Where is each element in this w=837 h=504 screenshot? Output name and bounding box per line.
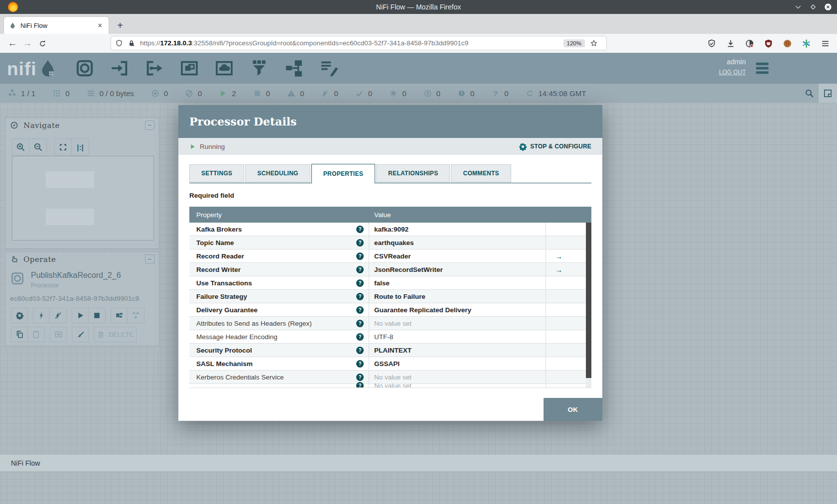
help-icon[interactable]: ? [356, 382, 364, 388]
toolbar-processor-icon[interactable] [75, 58, 95, 79]
empty-cell [546, 223, 586, 236]
empty-cell [546, 290, 586, 303]
template-save-button[interactable] [111, 308, 128, 323]
download-icon[interactable] [726, 39, 735, 48]
zoom-in-button[interactable] [12, 138, 29, 155]
tracking-shield-icon[interactable] [115, 39, 123, 47]
zoom-actual-button[interactable]: |:| [72, 138, 89, 155]
value-cell: CSVReader [369, 250, 546, 262]
invalid-icon [287, 89, 295, 98]
navigate-collapse-button[interactable]: − [145, 121, 154, 130]
help-icon[interactable]: ? [356, 333, 364, 341]
tab-close-icon[interactable]: × [96, 22, 104, 29]
tab-relationships[interactable]: RELATIONSHIPS [376, 164, 450, 182]
help-icon[interactable]: ? [356, 279, 364, 287]
trash-button[interactable]: DELETE [94, 327, 137, 342]
stop-icon [93, 311, 101, 320]
table-row: Security Protocol?PLAINTEXT [189, 344, 591, 357]
window-close-button[interactable] [824, 3, 832, 11]
refresh-icon[interactable] [526, 89, 534, 98]
help-icon[interactable]: ? [356, 226, 364, 233]
cookie-icon[interactable] [783, 39, 792, 48]
go-to-service-arrow[interactable]: → [546, 263, 586, 276]
search-button[interactable] [800, 84, 819, 103]
group-button[interactable] [50, 327, 67, 342]
property-cell: SASL Mechanism? [189, 357, 369, 370]
tab-scheduling[interactable]: SCHEDULING [245, 164, 310, 182]
toolbar-template-icon[interactable] [284, 58, 304, 79]
status-count: 0 [402, 89, 406, 98]
paste-button[interactable] [28, 327, 45, 342]
stop-and-configure-button[interactable]: STOP & CONFIGURE [519, 142, 591, 151]
window-minimize-button[interactable] [794, 3, 802, 11]
extension-icon[interactable] [745, 39, 754, 48]
ok-button[interactable]: OK [544, 398, 602, 421]
color-asterisk-icon[interactable] [802, 39, 811, 48]
status-count: 0 [266, 89, 270, 98]
template-upload-button[interactable] [128, 308, 144, 323]
status-count: 0 [368, 89, 372, 98]
property-name: Security Protocol [196, 347, 352, 354]
help-icon[interactable]: ? [356, 266, 364, 273]
birdseye-map[interactable] [12, 156, 154, 241]
help-icon[interactable]: ? [356, 252, 364, 260]
ublock-icon[interactable] [764, 39, 773, 48]
threads-icon [52, 89, 61, 98]
zoom-out-button[interactable] [29, 138, 47, 155]
operate-collapse-button[interactable]: − [145, 254, 154, 264]
help-icon[interactable]: ? [356, 293, 364, 300]
help-icon[interactable]: ? [356, 239, 364, 247]
zoom-fit-button[interactable] [54, 138, 72, 155]
toolbar-process-group-icon[interactable] [179, 58, 199, 79]
help-icon[interactable]: ? [356, 360, 364, 368]
browser-tab[interactable]: NiFi Flow × [4, 17, 109, 34]
help-icon[interactable]: ? [356, 374, 364, 381]
logout-link[interactable]: LOG OUT [719, 69, 746, 76]
modified-stale-icon [457, 89, 466, 98]
reload-button[interactable] [35, 36, 50, 51]
status-cluster: 1 / 1 [8, 89, 35, 98]
empty-cell [546, 303, 586, 316]
shield-check-icon[interactable] [707, 39, 716, 48]
copy-button[interactable] [11, 327, 28, 342]
menu-icon[interactable] [821, 39, 830, 48]
new-tab-button[interactable]: + [114, 19, 127, 32]
url-bar[interactable]: https://172.18.0.3:32558/nifi/?processGr… [111, 36, 607, 50]
global-menu-icon[interactable] [754, 61, 770, 76]
bolt-slash-button[interactable] [50, 308, 67, 323]
settings-panel-button[interactable] [819, 84, 837, 103]
table-scrollbar[interactable] [586, 223, 591, 387]
toolbar-output-port-icon[interactable] [144, 58, 164, 79]
property-name: Attributes to Send as Headers (Regex) [196, 320, 352, 327]
property-name: Message Header Encoding [196, 333, 352, 341]
bookmark-star-icon[interactable] [590, 39, 598, 47]
scrollbar-thumb[interactable] [586, 223, 591, 378]
toolbar-input-port-icon[interactable] [110, 58, 130, 79]
window-maximize-button[interactable] [809, 3, 817, 11]
toolbar-funnel-icon[interactable] [249, 58, 269, 79]
bolt-button[interactable] [33, 308, 50, 323]
brush-button[interactable] [72, 327, 89, 342]
table-row: Failure Strategy?Route to Failure [189, 290, 591, 303]
forward-button[interactable]: → [20, 36, 35, 51]
help-icon[interactable]: ? [356, 347, 364, 354]
toolbar-remote-process-group-icon[interactable] [214, 58, 234, 79]
tab-settings[interactable]: SETTINGS [189, 164, 244, 182]
panel-icon [823, 89, 833, 98]
go-to-service-arrow[interactable]: → [546, 250, 586, 262]
toolbar-label-icon[interactable] [319, 58, 339, 79]
play-button[interactable] [72, 308, 89, 323]
help-icon[interactable]: ? [356, 306, 364, 314]
lock-icon[interactable] [128, 39, 136, 47]
table-row: Kafka Brokers?kafka:9092 [189, 223, 591, 236]
status-sync-failure: ?0 [491, 89, 508, 98]
tab-comments[interactable]: COMMENTS [451, 164, 511, 182]
property-name: Use Transactions [196, 279, 352, 287]
help-icon[interactable]: ? [356, 320, 364, 327]
gear-button[interactable] [11, 308, 28, 323]
page-zoom-indicator[interactable]: 120% [563, 39, 585, 47]
tab-properties[interactable]: PROPERTIES [311, 164, 375, 183]
stop-button[interactable] [89, 308, 106, 323]
breadcrumb[interactable]: NiFi Flow [11, 459, 40, 467]
back-button[interactable]: ← [5, 36, 20, 51]
